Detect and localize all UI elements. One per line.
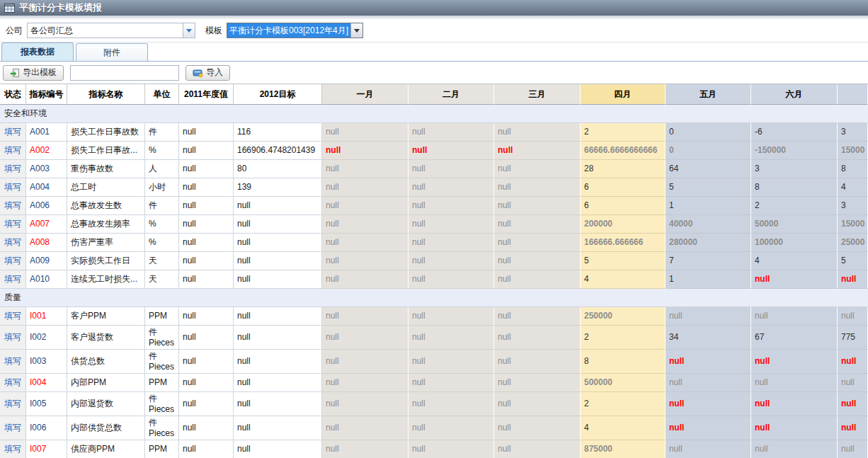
template-select[interactable]: 平衡计分卡模板003[2012年4月] <box>227 23 363 38</box>
month-value-cell: null <box>322 123 409 142</box>
month-value-cell: null <box>494 215 581 234</box>
month-value-cell: null <box>494 307 581 326</box>
company-input[interactable] <box>27 23 183 38</box>
month-value-cell: null <box>666 307 751 326</box>
template-label: 模板 <box>205 25 222 37</box>
target-2012-cell: null <box>234 440 322 458</box>
section-header-row: 质量 <box>0 289 868 307</box>
unit-cell: % <box>145 234 179 252</box>
month-value-cell: 4 <box>581 270 666 289</box>
header-2012-target: 2012目标 <box>234 84 322 105</box>
company-dropdown-trigger[interactable] <box>183 23 195 38</box>
indicator-code: A001 <box>26 123 67 142</box>
header-unit: 单位 <box>145 84 179 105</box>
target-2012-cell: 116 <box>234 123 322 142</box>
tab-report-data[interactable]: 报表数据 <box>1 42 74 61</box>
value-2011-cell: null <box>179 160 234 178</box>
month-value-cell: 2 <box>581 123 666 142</box>
table-row: 填写A006总事故发生数件nullnullnullnullnull6123 <box>0 197 868 215</box>
fill-link[interactable]: 填写 <box>4 237 21 247</box>
month-value-cell: 500000 <box>581 374 666 392</box>
fill-link[interactable]: 填写 <box>4 311 21 321</box>
month-value-cell: null <box>666 440 751 458</box>
target-2012-cell: null <box>234 270 322 289</box>
month-value-cell: 0 <box>666 142 751 160</box>
fill-link[interactable]: 填写 <box>4 423 21 433</box>
export-template-button[interactable]: 导出模板 <box>3 65 64 81</box>
fill-link[interactable]: 填写 <box>4 377 21 387</box>
month-value-cell: null <box>494 350 581 374</box>
indicator-name: 损失工作日事故... <box>67 142 145 160</box>
fill-link[interactable]: 填写 <box>4 182 21 192</box>
month-value-cell: null <box>494 123 581 142</box>
month-value-cell: 5 <box>838 252 868 270</box>
status-cell: 填写 <box>0 142 26 160</box>
import-button[interactable]: 导入 <box>185 65 230 81</box>
month-value-cell: null <box>666 374 751 392</box>
month-value-cell: null <box>751 307 838 326</box>
indicator-code: I006 <box>26 416 67 440</box>
company-combo[interactable] <box>27 23 195 38</box>
status-cell: 填写 <box>0 350 26 374</box>
indicator-code: I001 <box>26 307 67 326</box>
target-2012-cell: null <box>234 197 322 215</box>
template-dropdown-trigger[interactable] <box>350 23 362 38</box>
value-2011-cell: null <box>179 374 234 392</box>
page-title: 平衡计分卡模板填报 <box>19 1 102 14</box>
month-value-cell: 4 <box>581 416 666 440</box>
indicator-name: 客户退货数 <box>67 326 145 350</box>
month-value-cell: null <box>494 416 581 440</box>
month-value-cell: null <box>322 197 409 215</box>
month-value-cell: null <box>322 142 409 160</box>
indicator-code: A002 <box>26 142 67 160</box>
month-value-cell: 200000 <box>581 215 666 234</box>
target-2012-cell: null <box>234 326 322 350</box>
indicator-code: I005 <box>26 392 67 416</box>
table-row: 填写I001客户PPMPPMnullnullnullnullnull250000… <box>0 307 868 326</box>
indicator-name: 内部退货数 <box>67 392 145 416</box>
month-value-cell: 166666.666666 <box>581 234 666 252</box>
unit-cell: 件 <box>145 197 179 215</box>
fill-link[interactable]: 填写 <box>4 356 21 366</box>
fill-link[interactable]: 填写 <box>4 332 21 342</box>
month-value-cell: 1 <box>666 197 751 215</box>
indicator-name: 重伤事故数 <box>67 160 145 178</box>
table-row: 填写I004内部PPMPPMnullnullnullnullnull500000… <box>0 374 868 392</box>
company-label: 公司 <box>6 25 23 37</box>
fill-link[interactable]: 填写 <box>4 256 21 265</box>
month-value-cell: null <box>409 416 494 440</box>
month-value-cell: 7 <box>666 252 751 270</box>
unit-cell: 件 Pieces <box>145 350 179 374</box>
fill-link[interactable]: 填写 <box>4 444 21 454</box>
indicator-name: 总工时 <box>67 178 145 197</box>
import-file-input[interactable] <box>70 65 179 81</box>
month-value-cell: null <box>322 234 409 252</box>
fill-link[interactable]: 填写 <box>4 127 21 137</box>
indicator-code: I003 <box>26 350 67 374</box>
month-value-cell: null <box>409 234 494 252</box>
fill-link[interactable]: 填写 <box>4 164 21 173</box>
month-value-cell: null <box>409 123 494 142</box>
month-value-cell: null <box>322 160 409 178</box>
month-value-cell: null <box>322 326 409 350</box>
fill-link[interactable]: 填写 <box>4 200 21 210</box>
month-value-cell: null <box>409 160 494 178</box>
status-cell: 填写 <box>0 160 26 178</box>
month-value-cell: 1 <box>666 270 751 289</box>
unit-cell: 件 <box>145 123 179 142</box>
unit-cell: % <box>145 142 179 160</box>
fill-link[interactable]: 填写 <box>4 145 21 155</box>
month-value-cell: null <box>494 197 581 215</box>
fill-link[interactable]: 填写 <box>4 399 21 408</box>
month-value-cell: null <box>322 178 409 197</box>
tab-attachments[interactable]: 附件 <box>76 43 148 61</box>
indicator-name: 内部供货总数 <box>67 416 145 440</box>
month-value-cell: null <box>494 392 581 416</box>
fill-link[interactable]: 填写 <box>4 219 21 229</box>
header-indicator-name: 指标名称 <box>67 84 145 105</box>
value-2011-cell: null <box>179 234 234 252</box>
fill-link[interactable]: 填写 <box>4 274 21 284</box>
month-value-cell: null <box>494 160 581 178</box>
unit-cell: 件 Pieces <box>145 392 179 416</box>
month-value-cell: 2 <box>581 392 666 416</box>
